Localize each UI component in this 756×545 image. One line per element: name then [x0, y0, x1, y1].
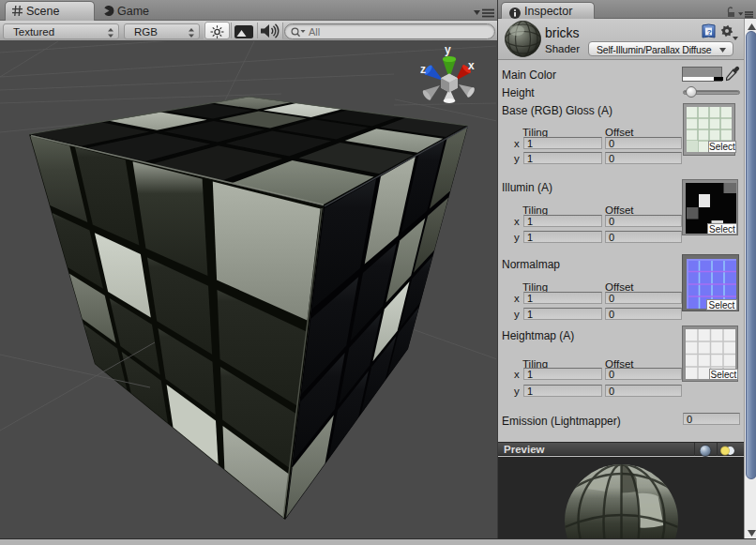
svg-text:y: y — [445, 43, 451, 56]
svg-text:?: ? — [707, 28, 712, 37]
svg-text:z: z — [420, 63, 426, 76]
svg-text:x: x — [468, 59, 475, 72]
